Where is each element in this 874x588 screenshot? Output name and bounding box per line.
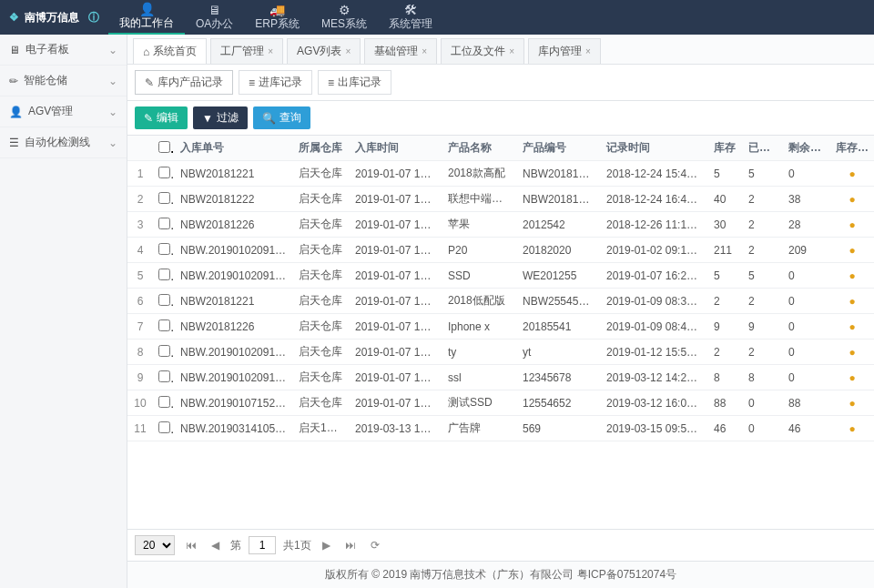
nav-label: MES系统: [321, 16, 367, 32]
table-row[interactable]: 2NBW20181222启天仓库2019-01-07 18:00联想中端服务器N…: [127, 187, 874, 212]
page-input[interactable]: [249, 536, 276, 554]
row-index: 7: [127, 314, 153, 340]
pager-refresh-icon[interactable]: ⟳: [367, 539, 383, 552]
tab[interactable]: AGV列表 ×: [287, 38, 361, 64]
close-icon[interactable]: ×: [422, 46, 427, 56]
subtab[interactable]: ≡进库记录: [239, 70, 312, 95]
close-icon[interactable]: ×: [509, 46, 514, 56]
sidebar-item[interactable]: ☰自动化检测线⌄: [0, 127, 127, 158]
topnav-item[interactable]: 🖥OA办公: [185, 0, 244, 35]
edit-button[interactable]: ✎编辑: [135, 106, 188, 129]
select-all-checkbox[interactable]: [158, 141, 170, 153]
cell-stock: 8: [708, 365, 743, 390]
cell-stock: 30: [708, 212, 743, 238]
row-checkbox[interactable]: [158, 167, 170, 178]
row-checkbox[interactable]: [158, 243, 170, 255]
cell-intime: 2019-01-07 18:00: [350, 289, 442, 314]
cell-no: NBW.20190102091227: [175, 238, 293, 263]
table-row[interactable]: 9NBW.20190102091227启天仓库2019-01-07 18:00s…: [127, 365, 874, 390]
row-checkbox[interactable]: [158, 421, 170, 433]
row-checkbox[interactable]: [158, 218, 170, 229]
row-index: 11: [127, 416, 153, 441]
cell-out: 5: [743, 263, 783, 289]
cell-stock: 88: [708, 390, 743, 416]
sidebar-item[interactable]: ✏智能仓储⌄: [0, 66, 127, 96]
table-row[interactable]: 10NBW.20190107152359启天仓库2019-01-07 18:00…: [127, 390, 874, 416]
nav-icon: 👤: [139, 3, 155, 15]
alarm-dot-icon: ●: [830, 390, 874, 416]
table-wrap[interactable]: 入库单号所属仓库入库时间产品名称产品编号记录时间库存已出库剩余库存库存报警 1N…: [127, 135, 874, 529]
cell-pcode: 12554652: [517, 390, 601, 416]
col-header: 库存报警: [830, 136, 874, 161]
table-row[interactable]: 4NBW.20190102091227启天仓库2019-01-07 18:00P…: [127, 238, 874, 263]
table-row[interactable]: 5NBW.20190102091227启天仓库2019-01-07 18:00S…: [127, 263, 874, 289]
cell-no: NBW.20190102091227: [175, 340, 293, 365]
cell-stock: 211: [708, 238, 743, 263]
subtab[interactable]: ✎库内产品记录: [135, 70, 233, 95]
leaf-icon: ❖: [9, 11, 19, 24]
cell-rtime: 2019-01-02 09:13:37: [601, 238, 708, 263]
tab[interactable]: 基础管理 ×: [364, 38, 437, 64]
cell-rtime: 2019-01-12 15:52:01: [601, 340, 708, 365]
cell-pcode: 12345678: [517, 365, 601, 390]
table-row[interactable]: 1NBW20181221启天仓库2019-01-07 18:002018款高配N…: [127, 161, 874, 187]
alarm-dot-icon: ●: [830, 416, 874, 441]
cell-wh: 启天1仓库: [293, 416, 350, 441]
nav-label: 系统管理: [389, 16, 432, 32]
brand: ❖ 南博万信息 ⓘ: [0, 10, 108, 25]
pager-next-icon[interactable]: ▶: [319, 539, 334, 552]
cell-no: NBW20181226: [175, 314, 293, 340]
cell-wh: 启天仓库: [293, 390, 350, 416]
row-checkbox[interactable]: [158, 319, 170, 331]
sidebar-item[interactable]: 👤AGV管理⌄: [0, 96, 127, 127]
pager-last-icon[interactable]: ⏭: [341, 539, 360, 552]
table-row[interactable]: 11NBW.20190314105925启天1仓库2019-03-13 11:0…: [127, 416, 874, 441]
page-total: 共1页: [283, 538, 311, 553]
row-checkbox[interactable]: [158, 345, 170, 357]
table-row[interactable]: 3NBW20181226启天仓库2019-01-07 18:00苹果201254…: [127, 212, 874, 238]
row-index: 4: [127, 238, 153, 263]
cell-out: 5: [743, 161, 783, 187]
alarm-dot-icon: ●: [830, 314, 874, 340]
table-row[interactable]: 8NBW.20190102091227启天仓库2019-01-07 18:00t…: [127, 340, 874, 365]
row-checkbox[interactable]: [158, 269, 170, 280]
cell-out: 9: [743, 314, 783, 340]
side-icon: 🖥: [9, 44, 20, 56]
cell-wh: 启天仓库: [293, 212, 350, 238]
table-row[interactable]: 6NBW20181221启天仓库2019-01-07 18:002018低配版N…: [127, 289, 874, 314]
subtab[interactable]: ≡出库记录: [318, 70, 391, 95]
cell-no: NBW20181221: [175, 289, 293, 314]
cell-remain: 0: [783, 314, 830, 340]
search-icon: 🔍: [262, 112, 276, 125]
close-icon[interactable]: ×: [345, 46, 351, 56]
row-checkbox[interactable]: [158, 370, 170, 382]
topbar: ❖ 南博万信息 ⓘ 👤我的工作台🖥OA办公🚚ERP系统⚙MES系统🛠系统管理: [0, 0, 874, 35]
table-row[interactable]: 7NBW20181226启天仓库2019-01-07 18:00Iphone x…: [127, 314, 874, 340]
info-icon[interactable]: ⓘ: [88, 10, 99, 25]
topnav-item[interactable]: 🚚ERP系统: [244, 0, 310, 35]
filter-button[interactable]: ▼过滤: [193, 106, 248, 129]
query-button[interactable]: 🔍查询: [253, 106, 310, 129]
tab[interactable]: 工厂管理 ×: [210, 38, 283, 64]
pager-first-icon[interactable]: ⏮: [182, 539, 200, 552]
row-checkbox[interactable]: [158, 294, 170, 306]
row-checkbox[interactable]: [158, 396, 170, 408]
sidebar-item[interactable]: 🖥电子看板⌄: [0, 35, 127, 66]
tab[interactable]: ⌂系统首页: [133, 38, 207, 64]
cell-intime: 2019-01-07 18:00: [350, 365, 442, 390]
topnav-item[interactable]: ⚙MES系统: [310, 0, 378, 35]
close-icon[interactable]: ×: [268, 46, 273, 56]
row-checkbox[interactable]: [158, 192, 170, 204]
topnav-item[interactable]: 🛠系统管理: [378, 0, 443, 35]
filter-icon: ▼: [202, 112, 213, 125]
page-size-select[interactable]: 20: [135, 535, 175, 555]
tab[interactable]: 库内管理 ×: [528, 38, 601, 64]
topnav-item[interactable]: 👤我的工作台: [108, 0, 185, 35]
close-icon[interactable]: ×: [585, 46, 591, 56]
pager-prev-icon[interactable]: ◀: [208, 539, 223, 552]
side-label: 智能仓储: [24, 73, 67, 88]
cell-out: 2: [743, 289, 783, 314]
col-header: 记录时间: [601, 136, 708, 161]
tab[interactable]: 工位及文件 ×: [441, 38, 524, 64]
cell-no: NBW.20190102091227: [175, 365, 293, 390]
